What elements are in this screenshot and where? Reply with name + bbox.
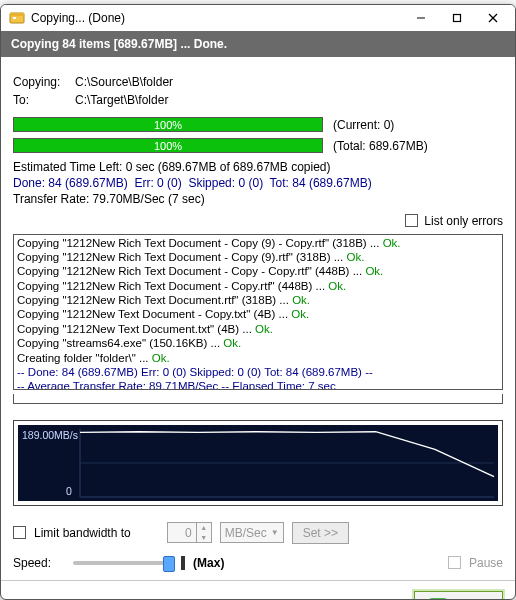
bandwidth-set-button[interactable]: Set >> [292, 522, 349, 544]
list-only-errors-label: List only errors [424, 214, 503, 228]
log-line: Creating folder "folder\" ... Ok. [17, 351, 499, 365]
stats-block: Estimated Time Left: 0 sec (689.67MB of … [13, 159, 503, 208]
path-row-copying: Copying: C:\Source\B\folder [13, 75, 503, 89]
log-line: Copying "1212New Rich Text Document - Co… [17, 236, 499, 250]
stats-done-line: Done: 84 (689.67MB) Err: 0 (0) Skipped: … [13, 175, 503, 191]
bandwidth-unit-dropdown[interactable]: MB/Sec ▼ [220, 522, 284, 543]
list-only-errors-checkbox[interactable] [405, 214, 418, 227]
stats-eta: Estimated Time Left: 0 sec (689.67MB of … [13, 159, 503, 175]
slider-thumb[interactable] [163, 556, 175, 572]
log-line: Copying "streams64.exe" (150.16KB) ... O… [17, 336, 499, 350]
limit-bandwidth-label: Limit bandwidth to [34, 526, 131, 540]
svg-rect-4 [454, 15, 461, 22]
summary-header: Copying 84 items [689.67MB] ... Done. [1, 31, 515, 57]
progress-total: 100% [13, 138, 323, 153]
pause-checkbox[interactable] [448, 556, 461, 569]
speed-max-label: (Max) [193, 556, 224, 570]
svg-rect-2 [13, 17, 16, 19]
throughput-graph-frame: 189.00MB/s 0 [13, 420, 503, 506]
footer: Close this window when completed Close [1, 580, 515, 600]
throughput-graph: 189.00MB/s 0 [18, 425, 498, 501]
spinner-down-icon[interactable]: ▼ [197, 533, 211, 543]
speed-label: Speed: [13, 556, 51, 570]
dialog-window: Copying... (Done) Copying 84 items [689.… [0, 4, 516, 600]
speed-row: Speed: (Max) Pause [13, 556, 503, 570]
minimize-button[interactable] [403, 5, 439, 31]
limit-bandwidth-checkbox[interactable] [13, 526, 26, 539]
progress-total-pct: 100% [14, 139, 322, 152]
path-row-to: To: C:\Target\B\folder [13, 93, 503, 107]
chevron-down-icon: ▼ [271, 528, 279, 537]
log-line: Copying "1212New Rich Text Document.rtf"… [17, 293, 499, 307]
log-output[interactable]: Copying "1212New Rich Text Document - Co… [13, 234, 503, 390]
log-line: Copying "1212New Text Document - Copy.tx… [17, 307, 499, 321]
speed-slider[interactable] [73, 561, 173, 565]
log-line: Copying "1212New Rich Text Document - Co… [17, 279, 499, 293]
log-status-strip [13, 394, 503, 404]
window-title: Copying... (Done) [31, 11, 403, 25]
slider-end-marker [181, 556, 185, 570]
copying-label: Copying: [13, 75, 69, 89]
stats-rate: Transfer Rate: 79.70MB/Sec (7 sec) [13, 191, 503, 207]
maximize-button[interactable] [439, 5, 475, 31]
log-line: -- Average Transfer Rate: 89.71MB/Sec --… [17, 379, 499, 389]
progress-current-pct: 100% [14, 118, 322, 131]
log-line: Copying "1212New Rich Text Document - Co… [17, 264, 499, 278]
bandwidth-value-spinner[interactable]: 0 ▲ ▼ [167, 522, 212, 543]
log-line: Copying "1212New Text Document.txt" (4B)… [17, 322, 499, 336]
titlebar: Copying... (Done) [1, 5, 515, 31]
pause-label: Pause [469, 556, 503, 570]
log-line: -- Done: 84 (689.67MB) Err: 0 (0) Skippe… [17, 365, 499, 379]
svg-rect-1 [10, 13, 24, 16]
close-button[interactable]: Close [414, 591, 503, 600]
app-icon [9, 10, 25, 26]
content-area: Copying: C:\Source\B\folder To: C:\Targe… [1, 57, 515, 580]
close-window-button[interactable] [475, 5, 511, 31]
to-label: To: [13, 93, 69, 107]
bandwidth-row: Limit bandwidth to 0 ▲ ▼ MB/Sec ▼ Set >> [13, 522, 503, 544]
progress-current-note: (Current: 0) [333, 118, 394, 132]
copying-path: C:\Source\B\folder [75, 75, 173, 89]
log-line: Copying "1212New Rich Text Document - Co… [17, 250, 499, 264]
spinner-up-icon[interactable]: ▲ [197, 523, 211, 533]
to-path: C:\Target\B\folder [75, 93, 168, 107]
progress-current: 100% [13, 117, 323, 132]
progress-total-note: (Total: 689.67MB) [333, 139, 428, 153]
